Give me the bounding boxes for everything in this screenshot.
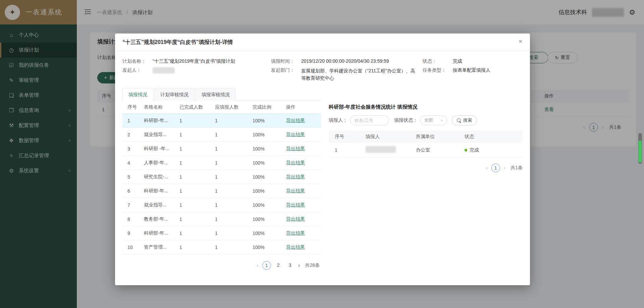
人事部-年...[interactable]: 4 人事部-年... 1 1 100% 导出结果: [122, 156, 321, 170]
time-label: 填报时间：: [271, 58, 301, 64]
filling-table-header: 序号 填报人 所属单位 状态: [329, 131, 523, 143]
tab-filing-status[interactable]: 填报情况: [122, 88, 153, 101]
export-results-link[interactable]: 导出结果: [286, 146, 321, 152]
pagination-total: 共28条: [305, 262, 320, 268]
tab-plan-review-status[interactable]: 计划审核情况: [154, 88, 195, 101]
next-page-icon[interactable]: ›: [503, 165, 506, 171]
forms-pagination: ‹ 1 2 3 › 共28条: [122, 261, 321, 270]
plan-name-label: 计划名称：: [122, 58, 153, 64]
export-results-link[interactable]: 导出结果: [286, 160, 321, 166]
plan-name-value: “十三五”规划2019年度“白皮书”填报计划: [153, 58, 235, 64]
time-value: 2019/12/20 00:00:00-2020/04/30 23:59:59: [301, 58, 389, 64]
forms-table-body: 1 科研部-年... 1 1 100% 导出结果 2 就业指导... 1 1 1…: [122, 114, 321, 254]
filling-pagination: ‹ 1 › 共1条: [329, 164, 523, 172]
研究生院-...[interactable]: 5 研究生院-... 1 1 100% 导出结果: [122, 170, 321, 184]
prev-page-icon[interactable]: ‹: [256, 262, 259, 269]
detail-tabs: 填报情况 计划审核情况 填报审核情况: [122, 88, 321, 101]
dept-value: 发展规划部、学科建设办公室（“211工程”办公室）、高等教育研究中心: [301, 67, 418, 82]
redacted-person: [366, 146, 396, 153]
task-type-value: 按表单配置填报人: [453, 67, 490, 73]
filling-filters: 填报人： 填报状态： 全部 ∨ 搜索: [329, 115, 523, 125]
科研部-年...[interactable]: 9 科研部-年... 1 1 100% 导出结果: [122, 226, 321, 240]
科研部 -年...[interactable]: 3 科研部 -年... 1 1 100% 导出结果: [122, 142, 321, 156]
redacted-initiator: [153, 67, 175, 73]
left-page-3[interactable]: 3: [286, 261, 294, 270]
科研部-年...[interactable]: 1 科研部-年... 1 1 100% 导出结果: [122, 114, 321, 128]
tab-filing-review-status[interactable]: 填报审核情况: [196, 88, 236, 101]
科研部-年...[interactable]: 6 科研部-年... 1 1 100% 导出结果: [122, 184, 321, 198]
status-cell: 完成: [465, 147, 523, 153]
export-results-link[interactable]: 导出结果: [286, 132, 321, 138]
forms-section: 填报情况 计划审核情况 填报审核情况 序号 表格名称 已完成人数 应填报人数 完…: [122, 88, 321, 270]
filling-table-row[interactable]: 1 办公室 完成: [329, 143, 523, 158]
modal-title: “十三五”规划2019年度“白皮书”填报计划-详情: [122, 34, 233, 51]
资产管理...[interactable]: 10 资产管理... 1 1 100% 导出结果: [122, 240, 321, 254]
plan-info: 计划名称： “十三五”规划2019年度“白皮书”填报计划 发起人： 填报时间： …: [122, 58, 524, 85]
就业指导...[interactable]: 2 就业指导... 1 1 100% 导出结果: [122, 128, 321, 142]
left-page-2[interactable]: 2: [274, 261, 283, 270]
scrollbar-thumb[interactable]: [639, 140, 642, 163]
person-filter-label: 填报人：: [329, 117, 347, 123]
status-dot: [465, 149, 467, 151]
status-filter-label: 填报状态：: [394, 117, 418, 123]
export-results-link[interactable]: 导出结果: [286, 244, 321, 250]
就业指导...[interactable]: 7 就业指导... 1 1 100% 导出结果: [122, 198, 321, 212]
status-value: 完成: [453, 58, 462, 64]
left-page-1[interactable]: 1: [262, 261, 271, 270]
pagination-total: 共1条: [511, 165, 523, 171]
export-results-link[interactable]: 导出结果: [286, 188, 321, 194]
modal-header: “十三五”规划2019年度“白皮书”填报计划-详情 ✕: [115, 34, 530, 51]
export-results-link[interactable]: 导出结果: [286, 216, 321, 222]
panel-title: 科研部-年度社会服务情况统计 填报情况: [329, 104, 523, 110]
page-1[interactable]: 1: [491, 164, 500, 172]
status-select[interactable]: 全部 ∨: [420, 115, 447, 125]
export-results-link[interactable]: 导出结果: [286, 230, 321, 236]
dept-label: 发起部门：: [271, 67, 301, 73]
export-results-link[interactable]: 导出结果: [286, 174, 321, 180]
forms-table-header: 序号 表格名称 已完成人数 应填报人数 完成比例 操作: [122, 101, 321, 114]
prev-page-icon[interactable]: ‹: [485, 165, 488, 171]
page-scrollbar[interactable]: [638, 133, 642, 164]
export-results-link[interactable]: 导出结果: [286, 202, 321, 208]
next-page-icon[interactable]: ›: [298, 262, 301, 269]
search-icon: [457, 118, 461, 123]
form-filling-panel: 科研部-年度社会服务情况统计 填报情况 填报人： 填报状态： 全部 ∨ 搜索 序…: [329, 104, 523, 172]
app-screen: ✦ 一表通系统 ⌂ 个人中心 ◷ 填报计划 ☑: [0, 0, 644, 308]
export-results-link[interactable]: 导出结果: [286, 118, 321, 124]
chevron-down-icon: ∨: [441, 119, 443, 122]
panel-search-button[interactable]: 搜索: [452, 115, 477, 125]
status-label: 状态：: [423, 58, 453, 64]
person-search-input[interactable]: [350, 115, 389, 125]
close-icon[interactable]: ✕: [518, 39, 523, 45]
plan-detail-modal: “十三五”规划2019年度“白皮书”填报计划-详情 ✕ 计划名称： “十三五”规…: [115, 34, 530, 285]
教务部-年...[interactable]: 8 教务部-年... 1 1 100% 导出结果: [122, 212, 321, 226]
initiator-label: 发起人：: [122, 67, 153, 73]
task-type-label: 任务类型：: [423, 67, 453, 73]
